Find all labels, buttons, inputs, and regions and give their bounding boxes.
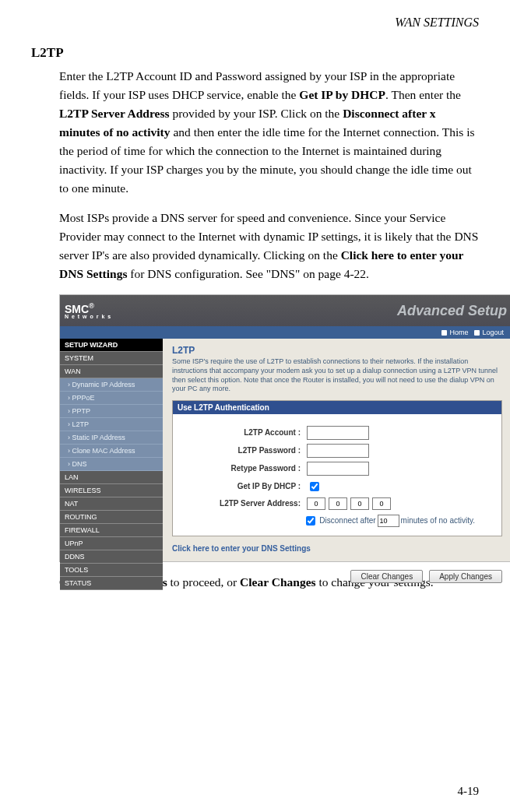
page-number: 4-19 bbox=[458, 785, 480, 798]
sidebar-item-wireless[interactable]: WIRELESS bbox=[60, 484, 163, 497]
sidebar-item-tools[interactable]: TOOLS bbox=[60, 564, 163, 577]
sidebar-item-lan[interactable]: LAN bbox=[60, 471, 163, 484]
logo-subtext: N e t w o r k s bbox=[65, 314, 111, 319]
ip-octet-2[interactable] bbox=[329, 497, 347, 510]
sidebar-sub-clone-mac[interactable]: Clone MAC Address bbox=[60, 445, 163, 458]
topbar: SMC® N e t w o r k s Advanced Setup bbox=[60, 295, 510, 326]
ip-octet-4[interactable] bbox=[372, 497, 391, 510]
router-admin-screenshot: SMC® N e t w o r k s Advanced Setup Home… bbox=[59, 294, 510, 562]
sidebar-sub-static-ip[interactable]: Static IP Address bbox=[60, 431, 163, 445]
text: for DNS configuration. See "DNS" on page… bbox=[127, 267, 369, 280]
l2tp-account-label: L2TP Account : bbox=[184, 428, 307, 437]
disconnect-checkbox[interactable] bbox=[306, 516, 315, 526]
ip-octet-1[interactable] bbox=[307, 497, 325, 510]
main-panel: L2TP Some ISP's require the use of L2TP … bbox=[163, 339, 510, 561]
text: . Then enter the bbox=[385, 88, 461, 101]
apply-changes-button[interactable]: Apply Changes bbox=[429, 570, 502, 583]
home-icon bbox=[441, 330, 447, 336]
form-header: Use L2TP Authentication bbox=[173, 401, 501, 414]
retype-password-input[interactable] bbox=[307, 462, 369, 476]
sidebar-sub-pppoe[interactable]: PPPoE bbox=[60, 392, 163, 405]
form-box: Use L2TP Authentication L2TP Account : L… bbox=[172, 400, 502, 536]
sidebar-item-wan[interactable]: WAN bbox=[60, 365, 163, 378]
disconnect-pre: Disconnect after bbox=[319, 516, 375, 525]
sidebar-item-system[interactable]: SYSTEM bbox=[60, 352, 163, 365]
bold: L2TP Server Address bbox=[59, 107, 170, 120]
intro-paragraph-2: Most ISPs provide a DNS server for speed… bbox=[59, 209, 479, 283]
clear-changes-button[interactable]: Clear Changes bbox=[350, 570, 423, 583]
home-link[interactable]: Home bbox=[441, 329, 468, 336]
get-ip-by-dhcp-label: Get IP By DHCP : bbox=[184, 482, 307, 490]
label: Logout bbox=[482, 329, 504, 336]
retype-password-label: Retype Password : bbox=[184, 464, 307, 473]
homebar: Home Logout bbox=[60, 326, 510, 339]
sidebar-sub-dns[interactable]: DNS bbox=[60, 458, 163, 471]
text: provided by your ISP. Click on the bbox=[170, 107, 343, 120]
disconnect-post: minutes of no activity. bbox=[401, 516, 475, 525]
sidebar-item-nat[interactable]: NAT bbox=[60, 497, 163, 511]
sidebar-sub-pptp[interactable]: PPTP bbox=[60, 405, 163, 418]
page-title: Advanced Setup bbox=[397, 303, 507, 319]
logout-link[interactable]: Logout bbox=[474, 329, 504, 336]
ip-octet-3[interactable] bbox=[350, 497, 369, 510]
sidebar-item-status[interactable]: STATUS bbox=[60, 577, 163, 590]
sidebar-sub-dynamic-ip[interactable]: Dynamic IP Address bbox=[60, 378, 163, 392]
sidebar-item-routing[interactable]: ROUTING bbox=[60, 511, 163, 524]
disconnect-row: Disconnect after minutes of no activity. bbox=[184, 514, 491, 528]
sidebar: SETUP WIZARD SYSTEM WAN Dynamic IP Addre… bbox=[60, 339, 163, 561]
sidebar-item-firewall[interactable]: FIREWALL bbox=[60, 524, 163, 537]
brand-logo: SMC® N e t w o r k s bbox=[65, 302, 111, 319]
get-ip-by-dhcp-checkbox[interactable] bbox=[310, 482, 319, 491]
sidebar-sub-l2tp[interactable]: L2TP bbox=[60, 418, 163, 431]
sidebar-item-ddns[interactable]: DDNS bbox=[60, 550, 163, 564]
disconnect-minutes-input[interactable] bbox=[378, 515, 399, 527]
page-header: WAN SETTINGS bbox=[31, 16, 479, 30]
label: Home bbox=[449, 329, 468, 336]
l2tp-server-address-label: L2TP Server Address: bbox=[184, 499, 307, 508]
panel-title: L2TP bbox=[172, 345, 502, 356]
sidebar-item-upnp[interactable]: UPnP bbox=[60, 537, 163, 550]
panel-description: Some ISP's require the use of L2TP to es… bbox=[172, 357, 502, 394]
registered-icon: ® bbox=[89, 302, 94, 310]
l2tp-password-input[interactable] bbox=[307, 444, 369, 458]
bold: Get IP by DHCP bbox=[299, 88, 385, 101]
l2tp-password-label: L2TP Password : bbox=[184, 446, 307, 455]
l2tp-account-input[interactable] bbox=[307, 426, 369, 440]
dns-settings-link[interactable]: Click here to enter your DNS Settings bbox=[172, 544, 502, 553]
sidebar-item-setup-wizard[interactable]: SETUP WIZARD bbox=[60, 339, 163, 352]
logout-icon bbox=[474, 330, 480, 336]
section-heading: L2TP bbox=[31, 45, 479, 61]
intro-paragraph-1: Enter the L2TP Account ID and Password a… bbox=[59, 67, 479, 198]
